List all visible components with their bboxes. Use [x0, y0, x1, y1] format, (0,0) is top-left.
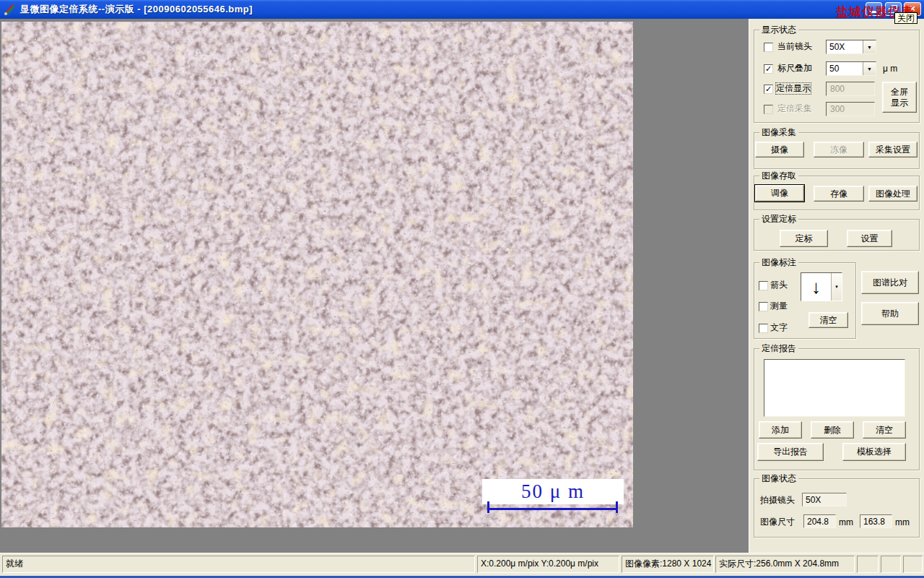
capture-button[interactable]: 摄像 [755, 142, 804, 158]
checkbox-text[interactable] [759, 324, 768, 333]
save-image-button[interactable]: 存像 [814, 186, 864, 202]
fullscreen-button[interactable]: 全屏显示 [882, 82, 917, 113]
micrograph-image[interactable]: 50 μ m [1, 22, 633, 527]
label-scale-overlay: 标尺叠加 [777, 63, 812, 74]
label-current-lens: 当前镜头 [777, 41, 812, 52]
workspace: 50 μ m 显示状态 当前镜头 50X ▼ ✓ 标尺叠加 50 ▼ μ m ✓… [0, 19, 924, 553]
export-report-button[interactable]: 导出报告 [757, 443, 824, 461]
group-image-status: 图像状态 [754, 478, 920, 538]
group-image-status-title: 图像状态 [759, 473, 798, 483]
calibrate-button[interactable]: 定标 [780, 230, 828, 247]
scale-bar-line [487, 508, 618, 510]
freeze-button: 冻像 [814, 142, 864, 158]
chevron-down-icon[interactable]: ▼ [863, 40, 876, 53]
status-image-pixels: 图像像素:1280 X 1024 [622, 556, 714, 573]
chevron-down-icon[interactable]: ▼ [863, 62, 876, 75]
check-icon: ✓ [765, 85, 772, 93]
label-measure: 测量 [770, 301, 788, 311]
report-listbox[interactable] [764, 359, 905, 417]
label-fixed-display[interactable]: 定倍显示 [776, 83, 811, 94]
input-fixed-display: 800 [826, 82, 875, 96]
report-delete-button[interactable]: 删除 [811, 421, 854, 439]
group-image-storage-title: 图像存取 [759, 171, 798, 181]
image-background: 50 μ m [0, 19, 749, 553]
control-panel: 显示状态 当前镜头 50X ▼ ✓ 标尺叠加 50 ▼ μ m ✓ 定倍显示 8… [749, 19, 924, 553]
label-text: 文字 [770, 322, 788, 333]
status-spare-3 [903, 556, 923, 573]
chevron-down-icon[interactable]: ▼ [831, 273, 842, 301]
scale-bar-label: 50 μ m [482, 479, 624, 504]
field-capture-lens: 50X [802, 493, 847, 506]
app-icon [4, 3, 17, 16]
field-image-width: 204.8 [803, 514, 836, 528]
status-spare-1 [857, 556, 879, 573]
window-title: 显微图像定倍系统--演示版 - [20090602055646.bmp] [20, 0, 253, 18]
group-image-capture-title: 图像采集 [759, 127, 798, 137]
label-fixed-capture: 定倍采集 [777, 103, 812, 114]
capture-settings-button[interactable]: 采集设置 [868, 142, 918, 158]
status-pixel-scale: X:0.200μ m/pix Y:0.200μ m/pix [477, 556, 619, 573]
close-tooltip: 关闭 [894, 12, 918, 24]
group-display-status-title: 显示状态 [759, 25, 798, 35]
checkbox-current-lens[interactable] [764, 43, 773, 52]
group-annotation-title: 图像标注 [759, 257, 798, 267]
status-bar: 就绪 X:0.200μ m/pix Y:0.200μ m/pix 图像像素:12… [0, 553, 924, 576]
checkbox-measure[interactable] [759, 302, 768, 311]
checkbox-scale-overlay[interactable]: ✓ [764, 64, 773, 74]
combo-scale-value[interactable]: 50 ▼ [826, 61, 876, 76]
unit-height-mm: mm [895, 517, 910, 528]
status-ready: 就绪 [2, 556, 475, 573]
settings-button[interactable]: 设置 [847, 230, 892, 247]
check-icon: ✓ [765, 64, 772, 73]
report-clear-button[interactable]: 清空 [863, 421, 906, 439]
group-report-title: 定倍报告 [759, 343, 798, 353]
group-calibration-title: 设置定标 [759, 214, 798, 224]
label-capture-lens: 拍摄镜头 [760, 495, 795, 506]
status-spare-2 [881, 556, 901, 573]
field-image-height: 163.8 [860, 514, 892, 528]
checkbox-fixed-display[interactable]: ✓ [764, 85, 773, 94]
input-fixed-capture: 300 [826, 102, 875, 116]
unit-micron: μ m [883, 64, 897, 74]
template-select-button[interactable]: 模板选择 [842, 443, 906, 461]
image-processing-button[interactable]: 图像处理 [868, 186, 918, 202]
scale-bar-tick-left [487, 501, 489, 513]
help-button[interactable]: 帮助 [861, 302, 919, 325]
label-image-size: 图像尺寸 [760, 517, 795, 527]
annotation-clear-button[interactable]: 清空 [808, 312, 848, 328]
checkbox-arrow[interactable] [759, 281, 768, 290]
combo-current-lens[interactable]: 50X ▼ [826, 40, 876, 54]
arrow-style-combo[interactable]: ↓ ▼ [801, 272, 842, 301]
arrow-down-icon: ↓ [801, 273, 831, 301]
unit-width-mm: mm [839, 517, 853, 528]
group-calibration: 设置定标 [754, 219, 920, 251]
title-bar: 显微图像定倍系统--演示版 - [20090602055646.bmp] × 盐… [0, 0, 924, 19]
status-actual-size: 实际尺寸:256.0mm X 204.8mm [715, 556, 855, 573]
atlas-compare-button[interactable]: 图谱比对 [861, 271, 919, 294]
report-add-button[interactable]: 添加 [759, 421, 802, 439]
scale-bar-tick-right [616, 501, 618, 513]
label-arrow: 箭头 [770, 280, 788, 290]
load-image-button[interactable]: 调像 [755, 185, 804, 202]
checkbox-fixed-capture [764, 105, 773, 114]
